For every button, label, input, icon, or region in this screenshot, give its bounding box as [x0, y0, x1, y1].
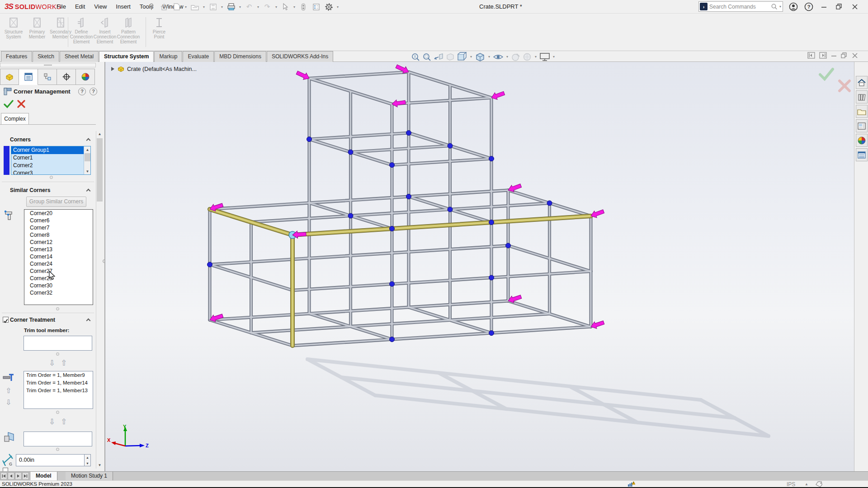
property-manager-tab[interactable] — [19, 69, 38, 85]
ok-check-icon[interactable] — [4, 99, 14, 108]
home-icon[interactable] — [158, 1, 170, 13]
open-dropdown-icon[interactable]: ▾ — [202, 5, 206, 9]
second-member-box[interactable] — [24, 432, 92, 446]
tree-expand-icon[interactable] — [111, 66, 115, 71]
insert-connection-element-button[interactable]: Insert Connection Element — [93, 15, 117, 44]
options-list-icon[interactable] — [310, 1, 322, 13]
tab-sketch[interactable]: Sketch — [33, 51, 59, 62]
panel-splitter-handle[interactable] — [0, 63, 96, 67]
view-settings-dropdown-icon[interactable]: ▾ — [552, 55, 556, 59]
tab-features[interactable]: Features — [1, 51, 32, 62]
configuration-manager-tab[interactable] — [38, 69, 57, 85]
display-style-dropdown-icon[interactable]: ▾ — [487, 55, 491, 59]
tab-structure-system[interactable]: Structure System — [99, 51, 154, 62]
similar-corner-item[interactable]: Corner29 — [24, 275, 93, 282]
similar-corner-item[interactable]: Corner13 — [24, 246, 93, 253]
list-item-corner3[interactable]: Corner3 — [11, 169, 90, 175]
view-orientation-dropdown-icon[interactable]: ▾ — [469, 55, 473, 59]
define-connection-element-button[interactable]: Define Connection Element — [70, 15, 93, 44]
select-dropdown-icon[interactable]: ▾ — [292, 5, 297, 9]
hide-show-dropdown-icon[interactable]: ▾ — [505, 55, 509, 59]
tab-markup[interactable]: Markup — [154, 51, 182, 62]
primary-member-button[interactable]: Primary Member — [25, 15, 49, 39]
complex-mode-tab[interactable]: Complex — [1, 113, 29, 125]
redo-dropdown-icon[interactable]: ▾ — [274, 5, 278, 9]
rebuild-warning-icon[interactable] — [627, 481, 635, 488]
cancel-x-icon[interactable] — [17, 100, 25, 108]
rebuild-icon[interactable] — [297, 1, 309, 13]
search-input[interactable]: Search Commands — [709, 4, 771, 10]
nav-next-icon[interactable] — [15, 472, 22, 480]
trim-order-up-icon[interactable]: ⇧ — [5, 386, 11, 395]
similar-corner-item[interactable]: Corner8 — [24, 231, 93, 239]
list-resize-handle[interactable] — [50, 176, 53, 179]
tab-sheet-metal[interactable]: Sheet Metal — [60, 51, 99, 62]
undo-dropdown-icon[interactable]: ▾ — [256, 5, 260, 9]
save-icon[interactable] — [207, 1, 219, 13]
status-expand-icon[interactable]: ▲ — [805, 481, 808, 488]
list-item-corner-group1[interactable]: Corner Group1 — [11, 146, 84, 154]
trim-tool-member-box[interactable] — [24, 336, 92, 351]
settings-gear-icon[interactable] — [323, 1, 335, 13]
scroll-down-icon[interactable]: ▼ — [84, 168, 91, 174]
taskpane-home-button[interactable] — [856, 76, 868, 89]
similar-corners-listbox[interactable]: Corner20 Corner6 Corner7 Corner8 Corner1… — [24, 209, 93, 305]
corners-collapse-icon[interactable] — [86, 138, 91, 143]
view-settings-icon[interactable] — [539, 52, 550, 62]
trim-order-down-icon[interactable]: ⇩ — [5, 398, 11, 407]
similar-corner-item[interactable]: Corner30 — [24, 282, 93, 289]
similar-corners-collapse-icon[interactable] — [86, 189, 91, 193]
tab-solidworks-addins[interactable]: SOLIDWORKS Add-Ins — [267, 51, 333, 62]
search-commands-box[interactable]: › Search Commands ▾ — [698, 1, 783, 12]
doc-restore-icon[interactable] — [841, 52, 848, 61]
graphics-viewport[interactable]: YZX Crate (Default<As Machin... — [105, 62, 854, 471]
view-palette-button[interactable] — [856, 119, 868, 132]
flyout-feature-tree[interactable]: Crate (Default<As Machin... — [111, 66, 197, 72]
pattern-connection-element-button[interactable]: Pattern Connection Element — [117, 15, 140, 44]
secondary-member-button[interactable]: Secondary Member — [49, 15, 72, 39]
tag-icon[interactable] — [816, 481, 823, 488]
structure-system-button[interactable]: Structure System — [2, 15, 25, 39]
feature-manager-tab[interactable] — [0, 69, 19, 85]
display-style-icon[interactable] — [475, 52, 486, 62]
corners-listbox[interactable]: Corner Group1 Corner1 Corner2 Corner3 ▲ … — [11, 146, 91, 175]
apply-scene-icon[interactable] — [522, 52, 532, 62]
menu-edit[interactable]: Edit — [71, 0, 90, 14]
clipped-checkbox[interactable] — [3, 468, 8, 471]
pierce-point-button[interactable]: Pierce Point — [147, 15, 171, 39]
account-icon[interactable] — [788, 1, 799, 13]
file-explorer-button[interactable] — [856, 105, 868, 118]
tab-mbd-dimensions[interactable]: MBD Dimensions — [214, 51, 266, 62]
box-resize-handle[interactable] — [56, 411, 59, 414]
edit-appearance-icon[interactable] — [511, 52, 521, 62]
settings-dropdown-icon[interactable]: ▾ — [335, 5, 340, 9]
move-down-icon[interactable]: ⇩ — [49, 359, 61, 367]
similar-corner-item[interactable]: Corner24 — [24, 260, 93, 267]
hide-show-items-icon[interactable] — [493, 52, 504, 62]
panel-scroll-up-icon[interactable]: ▲ — [96, 131, 103, 137]
similar-corner-item[interactable]: Corner12 — [24, 239, 93, 246]
move-down-icon[interactable]: ⇩ — [49, 418, 61, 426]
new-document-dropdown-icon[interactable]: ▾ — [184, 5, 188, 9]
panel-scroll-down-icon[interactable]: ▼ — [96, 462, 103, 469]
list-item-corner2[interactable]: Corner2 — [11, 162, 90, 169]
search-dropdown-icon[interactable]: ▾ — [778, 5, 783, 9]
appearances-button[interactable] — [856, 134, 868, 147]
similar-corner-item[interactable]: Corner7 — [24, 224, 93, 231]
similar-corner-item[interactable]: Corner14 — [24, 253, 93, 260]
confirmation-corner-cancel-icon[interactable] — [838, 79, 851, 93]
doc-minimize-icon[interactable] — [831, 52, 837, 61]
nav-prev-icon[interactable] — [8, 472, 14, 480]
collapse-left-icon[interactable] — [807, 52, 815, 61]
previous-view-icon[interactable] — [433, 52, 444, 62]
open-icon[interactable] — [189, 1, 201, 13]
box-resize-handle[interactable] — [56, 352, 59, 356]
similar-corner-item[interactable]: Corner32 — [24, 289, 93, 296]
minimize-button[interactable] — [818, 1, 830, 13]
menu-insert[interactable]: Insert — [111, 0, 135, 14]
print-dropdown-icon[interactable]: ▾ — [238, 5, 242, 9]
display-manager-tab[interactable] — [76, 69, 95, 85]
help-icon[interactable]: ? — [803, 1, 814, 13]
new-document-icon[interactable] — [171, 1, 183, 13]
apply-scene-dropdown-icon[interactable]: ▾ — [533, 55, 538, 59]
